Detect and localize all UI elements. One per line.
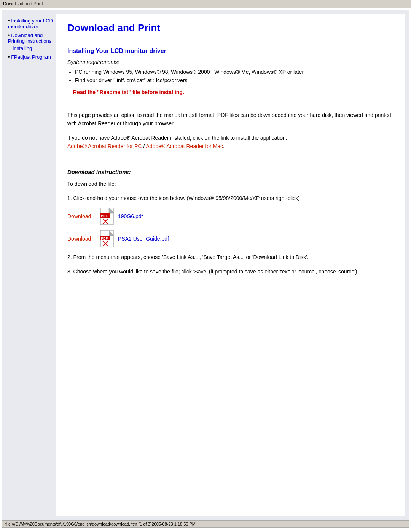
divider-1 xyxy=(67,40,393,40)
step-1: 1. Click-and-hold your mouse over the ic… xyxy=(67,194,393,202)
link-separator: / xyxy=(142,143,146,149)
browser-window: • Installing your LCD monitor driver • D… xyxy=(2,10,409,528)
sidebar-nav: • Installing your LCD monitor driver • D… xyxy=(8,18,54,60)
pdf-icon-2: PDF xyxy=(100,230,114,247)
pdf-icon-1: PDF xyxy=(100,208,114,225)
sidebar-item-fpadjust: • FPadjust Program xyxy=(8,54,54,60)
sidebar-link-install[interactable]: Installing your LCD monitor driver xyxy=(8,18,53,29)
download-link-2[interactable]: Download xyxy=(67,236,96,242)
body-text-2: If you do not have Adobe® Acrobat Reader… xyxy=(67,134,393,151)
body-text-1: This page provides an option to read the… xyxy=(67,111,393,128)
svg-text:PDF: PDF xyxy=(101,214,108,218)
page-title: Download and Print xyxy=(67,22,393,34)
step-3: 3. Choose where you would like to save t… xyxy=(67,267,393,276)
pdf-filename-1[interactable]: 190G6.pdf xyxy=(118,213,143,219)
title-bar: Download and Print xyxy=(0,0,411,8)
download-row-2: Download PDF PSA2 User Guide.pdf xyxy=(67,230,393,247)
main-content: • Installing your LCD monitor driver • D… xyxy=(2,10,409,520)
acrobat-link-mac[interactable]: Adobe® Acrobat Reader for Mac xyxy=(146,143,223,149)
sidebar: • Installing your LCD monitor driver • D… xyxy=(6,14,56,516)
status-bar-text: file:///D|/My%20Documents/dfu/190G6/engl… xyxy=(5,522,196,526)
sidebar-item-install: • Installing your LCD monitor driver xyxy=(8,18,54,29)
download-instructions-title: Download instructions: xyxy=(67,169,393,175)
acrobat-link-pc[interactable]: Adobe® Acrobat Reader for PC xyxy=(67,143,142,149)
sidebar-item-installing: Installing xyxy=(8,45,54,51)
sidebar-link-download[interactable]: Download and Printing Instructions xyxy=(8,32,51,44)
sidebar-link-installing[interactable]: Installing xyxy=(13,45,32,51)
pdf-filename-2[interactable]: PSA2 User Guide.pdf xyxy=(118,236,169,242)
requirements-list: PC running Windows 95, Windows® 98, Wind… xyxy=(75,69,393,83)
section-title-lcd: Installing Your LCD monitor driver xyxy=(67,48,393,54)
sidebar-item-download: • Download and Printing Instructions xyxy=(8,32,54,44)
sidebar-link-fpadjust[interactable]: FPadjust Program xyxy=(11,54,51,60)
acrobat-text: If you do not have Adobe® Acrobat Reader… xyxy=(67,135,287,141)
req-item-2: Find your driver ".inf/.icm/.cat" at : l… xyxy=(75,77,393,83)
status-bar: file:///D|/My%20Documents/dfu/190G6/engl… xyxy=(2,520,409,527)
download-row-1: Download PDF xyxy=(67,208,393,225)
divider-2 xyxy=(67,103,393,103)
download-intro: To download the file: xyxy=(67,180,393,188)
system-req-label: System requirements: xyxy=(67,59,393,65)
warning-text: Read the "Readme.txt" file before instal… xyxy=(73,89,393,95)
title-bar-text: Download and Print xyxy=(3,1,43,6)
svg-text:PDF: PDF xyxy=(101,236,108,240)
download-link-1[interactable]: Download xyxy=(67,213,96,219)
content-area: Download and Print Installing Your LCD m… xyxy=(56,14,405,516)
step-2: 2. From the menu that appears, choose 'S… xyxy=(67,253,393,261)
req-item-1: PC running Windows 95, Windows® 98, Wind… xyxy=(75,69,393,75)
